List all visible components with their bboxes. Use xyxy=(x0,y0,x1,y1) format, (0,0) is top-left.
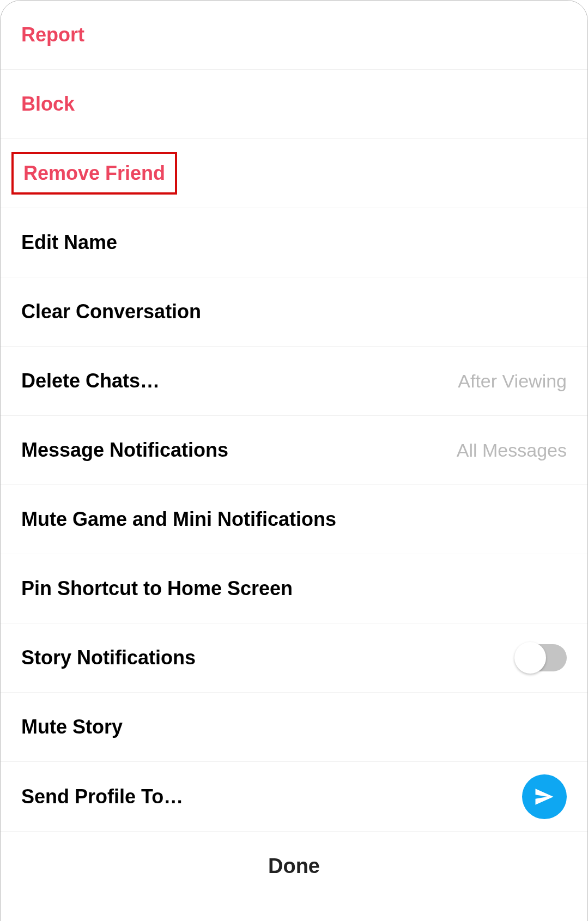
remove-friend-label: Remove Friend xyxy=(23,162,165,184)
delete-chats-value: After Viewing xyxy=(458,371,567,392)
remove-friend-row[interactable]: Remove Friend xyxy=(1,139,587,208)
mute-story-row[interactable]: Mute Story xyxy=(1,693,587,762)
bottom-spacer xyxy=(1,901,587,921)
remove-friend-highlight: Remove Friend xyxy=(11,152,177,195)
edit-name-row[interactable]: Edit Name xyxy=(1,208,587,277)
message-notifications-label: Message Notifications xyxy=(21,439,228,462)
done-button[interactable]: Done xyxy=(1,831,587,901)
block-row[interactable]: Block xyxy=(1,70,587,139)
pin-shortcut-label: Pin Shortcut to Home Screen xyxy=(21,577,293,600)
story-notifications-label: Story Notifications xyxy=(21,646,196,669)
edit-name-label: Edit Name xyxy=(21,231,117,254)
story-notifications-row[interactable]: Story Notifications xyxy=(1,623,587,693)
send-profile-label: Send Profile To… xyxy=(21,785,183,808)
story-notifications-toggle[interactable] xyxy=(517,644,567,671)
report-label: Report xyxy=(21,23,84,46)
mute-game-mini-label: Mute Game and Mini Notifications xyxy=(21,508,336,531)
mute-story-label: Mute Story xyxy=(21,716,123,738)
send-icon[interactable] xyxy=(522,774,567,819)
clear-conversation-row[interactable]: Clear Conversation xyxy=(1,277,587,347)
delete-chats-label: Delete Chats… xyxy=(21,369,160,392)
clear-conversation-label: Clear Conversation xyxy=(21,300,201,323)
toggle-knob xyxy=(514,642,546,674)
mute-game-mini-row[interactable]: Mute Game and Mini Notifications xyxy=(1,485,587,554)
pin-shortcut-row[interactable]: Pin Shortcut to Home Screen xyxy=(1,554,587,623)
action-sheet: Report Block Remove Friend Edit Name Cle… xyxy=(0,0,588,921)
done-label: Done xyxy=(268,855,320,878)
send-profile-row[interactable]: Send Profile To… xyxy=(1,762,587,831)
report-row[interactable]: Report xyxy=(1,1,587,70)
message-notifications-value: All Messages xyxy=(457,440,567,461)
delete-chats-row[interactable]: Delete Chats… After Viewing xyxy=(1,347,587,416)
message-notifications-row[interactable]: Message Notifications All Messages xyxy=(1,416,587,485)
block-label: Block xyxy=(21,93,75,116)
